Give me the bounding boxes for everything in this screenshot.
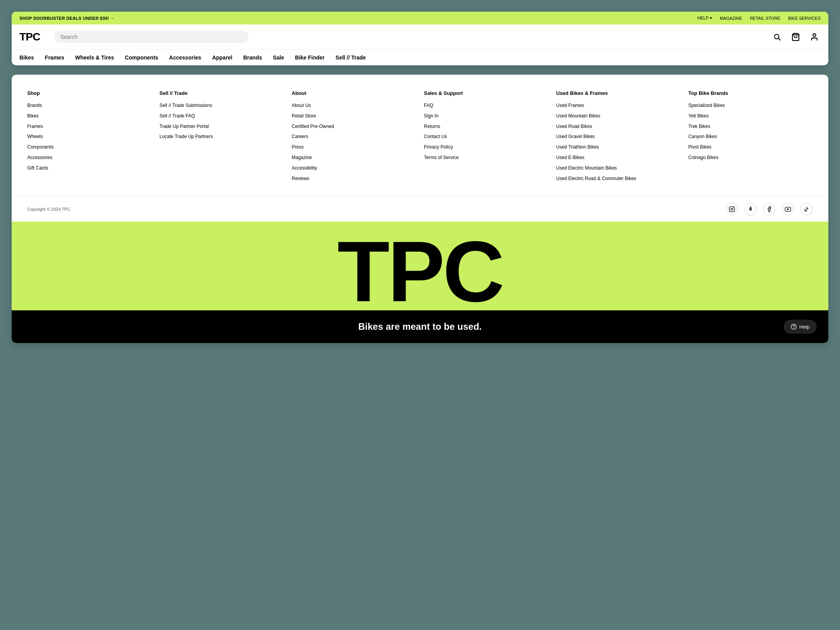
footer-link[interactable]: Certified Pre-Owned [292, 124, 334, 129]
footer-link[interactable]: Terms of Service [424, 155, 458, 160]
footer-link[interactable]: Used Mountain Bikes [556, 113, 600, 119]
promo-bar: SHOP DOORBUSTER DEALS UNDER $30! → HELP … [12, 12, 828, 24]
navbar-card: SHOP DOORBUSTER DEALS UNDER $30! → HELP … [12, 12, 828, 65]
svg-marker-7 [788, 208, 789, 210]
footer-link[interactable]: Returns [424, 124, 440, 129]
copyright-text: Copyright © 2024 TPC [27, 207, 70, 212]
footer-col-shop: Shop Brands Bikes Frames Wheels Componen… [27, 90, 152, 185]
footer-link[interactable]: Accessibility [292, 165, 317, 171]
nav-link-frames[interactable]: Frames [45, 54, 64, 61]
footer-link[interactable]: Used Frames [556, 103, 584, 108]
promo-links: HELP ▾ MAGAZINE RETAIL STORE BIKE SERVIC… [697, 16, 821, 21]
footer-link[interactable]: Press [292, 144, 304, 150]
footer-col-brands-title: Top Bike Brands [688, 90, 813, 96]
footer-col-brands: Top Bike Brands Specialized Bikes Yeti B… [688, 90, 813, 185]
promo-link-magazine[interactable]: MAGAZINE [720, 16, 742, 21]
footer-link[interactable]: Contact Us [424, 134, 447, 139]
footer-link[interactable]: Used Triathlon Bikes [556, 144, 599, 150]
footer-link[interactable]: Accessories [27, 155, 52, 160]
footer-link[interactable]: FAQ [424, 103, 433, 108]
footer-link[interactable]: Frames [27, 124, 43, 129]
site-logo[interactable]: TPC [19, 31, 40, 43]
cart-icon-button[interactable] [789, 31, 802, 43]
nav-link-components[interactable]: Components [125, 54, 158, 61]
footer-card: Shop Brands Bikes Frames Wheels Componen… [12, 75, 828, 343]
tpc-giant-logo: TPC [12, 233, 828, 310]
footer-col-about: About About Us Retail Store Certified Pr… [292, 90, 416, 185]
nav-main: TPC [12, 24, 828, 50]
search-bar[interactable] [54, 31, 248, 43]
footer-link[interactable]: Trade Up Partner Portal [159, 124, 209, 129]
tiktok-icon[interactable] [800, 203, 813, 215]
strava-icon[interactable] [744, 203, 757, 215]
footer-link[interactable]: Wheels [27, 134, 43, 139]
footer-link[interactable]: Components [27, 144, 54, 150]
nav-link-brands[interactable]: Brands [243, 54, 262, 61]
promo-link-help[interactable]: HELP ▾ [697, 16, 712, 21]
footer-col-shop-title: Shop [27, 90, 152, 96]
footer-col-support: Sales & Support FAQ Sign In Returns Cont… [424, 90, 548, 185]
footer-link[interactable]: About Us [292, 103, 311, 108]
footer-link[interactable]: Brands [27, 103, 42, 108]
footer-link-used-electric-mountain[interactable]: Used Electric Mountain Bikes [556, 165, 617, 171]
promo-link-services[interactable]: BIKE SERVICES [788, 16, 821, 21]
promo-text[interactable]: SHOP DOORBUSTER DEALS UNDER $30! → [19, 16, 115, 21]
footer-link[interactable]: Privacy Policy [424, 144, 453, 150]
footer-col-about-links: About Us Retail Store Certified Pre-Owne… [292, 102, 416, 182]
footer-link[interactable]: Canyon Bikes [688, 134, 717, 139]
slogan-text: Bikes are meant to be used. [358, 321, 481, 332]
nav-link-wheels[interactable]: Wheels & Tires [75, 54, 114, 61]
search-input[interactable] [60, 34, 242, 40]
footer-link[interactable]: Used Gravel Bikes [556, 134, 595, 139]
nav-link-accessories[interactable]: Accessories [169, 54, 201, 61]
footer-link[interactable]: Yeti Bikes [688, 113, 709, 119]
footer-col-sell-title: Sell // Trade [159, 90, 284, 96]
footer-col-support-links: FAQ Sign In Returns Contact Us Privacy P… [424, 102, 548, 161]
footer-col-shop-links: Brands Bikes Frames Wheels Components Ac… [27, 102, 152, 172]
help-button[interactable]: Help [784, 320, 817, 334]
footer-link[interactable]: Sell // Trade FAQ [159, 113, 195, 119]
footer-link[interactable]: Pivot Bikes [688, 144, 711, 150]
promo-link-retail[interactable]: RETAIL STORE [750, 16, 780, 21]
nav-link-bikes[interactable]: Bikes [19, 54, 34, 61]
footer-link[interactable]: Sell // Trade Submissions [159, 103, 212, 108]
footer-link[interactable]: Retail Store [292, 113, 316, 119]
nav-link-bike-finder[interactable]: Bike Finder [295, 54, 325, 61]
footer-link[interactable]: Specialized Bikes [688, 103, 725, 108]
search-icon-button[interactable] [771, 31, 783, 43]
footer-col-about-title: About [292, 90, 416, 96]
footer-col-sell-trade: Sell // Trade Sell // Trade Submissions … [159, 90, 284, 185]
slogan-section: Bikes are meant to be used. Help [12, 310, 828, 343]
footer-link[interactable]: Magazine [292, 155, 312, 160]
footer-bottom: Copyright © 2024 TPC [12, 196, 828, 222]
footer-col-brands-links: Specialized Bikes Yeti Bikes Trek Bikes … [688, 102, 813, 161]
tpc-brand-section: TPC [12, 222, 828, 310]
svg-line-1 [779, 38, 780, 40]
footer-link[interactable]: Locate Trade Up Partners [159, 134, 213, 139]
footer-link[interactable]: Bikes [27, 113, 38, 119]
footer-link[interactable]: Colnago Bikes [688, 155, 718, 160]
youtube-icon[interactable] [782, 203, 794, 215]
footer-link[interactable]: Used Electric Road & Commuter Bikes [556, 176, 636, 181]
account-icon-button[interactable] [808, 31, 821, 43]
svg-point-3 [813, 34, 816, 37]
footer-link[interactable]: Used Road Bikes [556, 124, 592, 129]
footer-link[interactable]: Trek Bikes [688, 124, 710, 129]
help-label: Help [799, 324, 810, 330]
footer-link[interactable]: Sign In [424, 113, 438, 119]
footer-link[interactable]: Reviews [292, 176, 309, 181]
footer-col-support-title: Sales & Support [424, 90, 548, 96]
nav-link-apparel[interactable]: Apparel [212, 54, 232, 61]
instagram-icon[interactable] [726, 203, 738, 215]
footer-link[interactable]: Used E-Bikes [556, 155, 584, 160]
svg-rect-4 [729, 207, 734, 212]
nav-link-sale[interactable]: Sale [273, 54, 284, 61]
footer-link[interactable]: Gift Cards [27, 165, 48, 171]
social-icons [726, 203, 813, 215]
svg-point-5 [731, 208, 733, 210]
footer-link[interactable]: Careers [292, 134, 308, 139]
facebook-icon[interactable] [763, 203, 775, 215]
nav-link-sell-trade[interactable]: Sell // Trade [336, 54, 366, 61]
footer-col-used-bikes-title: Used Bikes & Frames [556, 90, 681, 96]
svg-point-6 [733, 208, 733, 208]
